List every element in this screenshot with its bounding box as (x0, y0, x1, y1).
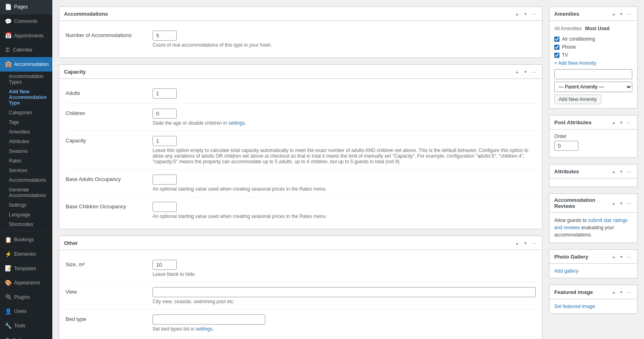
sidebar-sub-generate[interactable]: Generate Accommodations (0, 185, 52, 200)
form-row-children: Children State the age or disable childr… (66, 104, 536, 131)
sidebar-sub-language[interactable]: Language (0, 210, 52, 220)
sidebar-sub-settings[interactable]: Settings (0, 200, 52, 210)
accommodations-collapse-down[interactable] (522, 10, 529, 17)
sidebar-sub-add-new[interactable]: Add New Accommodation Type (0, 87, 52, 108)
sidebar-item-appearance[interactable]: 🎨 Appearance (0, 276, 52, 290)
attributes-collapse-down[interactable] (618, 168, 625, 175)
parent-amenity-select[interactable]: — Parent Amenity — (554, 82, 632, 92)
other-collapse-down[interactable] (522, 239, 529, 247)
sidebar-sub-tags[interactable]: Tags (0, 117, 52, 127)
amenities-metabox-header[interactable]: Amenities (549, 7, 637, 21)
post-attributes-collapse-up[interactable] (610, 119, 617, 126)
featured-image-header[interactable]: Featured image (549, 285, 637, 299)
amenity-checkbox-tv[interactable] (554, 53, 559, 58)
form-row-base-children: Base Children Occupancy An optional star… (66, 197, 536, 224)
children-settings-link[interactable]: settings (228, 120, 245, 126)
photo-gallery-header[interactable]: Photo Gallery (549, 250, 637, 264)
attributes-collapse-up[interactable] (610, 168, 617, 175)
sidebar-item-tools[interactable]: 🔧 Tools (0, 319, 52, 333)
sidebar-item-settings[interactable]: ⚙ Settings (0, 333, 52, 339)
sidebar-sub-seasons[interactable]: Seasons (0, 146, 52, 156)
sidebar-item-bookings[interactable]: 📋 Bookings (0, 233, 52, 247)
sidebar-sub-shortcodes[interactable]: Shortcodes (0, 220, 52, 229)
sidebar-item-comments[interactable]: 💬 Comments (0, 14, 52, 29)
form-row-capacity: Capacity Leave this option empty to calc… (66, 131, 536, 170)
featured-image-collapse-up[interactable] (610, 288, 617, 296)
photo-gallery-collapse-dash[interactable] (625, 253, 632, 260)
attributes-collapse-dash[interactable] (625, 168, 632, 175)
sidebar-item-users[interactable]: 👤 Users (0, 304, 52, 319)
other-metabox-header[interactable]: Other (59, 236, 542, 250)
sidebar-item-calendar[interactable]: 🗓 Calendar (0, 43, 52, 58)
attributes-header[interactable]: Attributes (549, 164, 637, 179)
capacity-collapse-up[interactable] (514, 68, 520, 75)
post-attributes-header[interactable]: Post Attributes (549, 115, 637, 129)
num-accommodations-input[interactable] (153, 31, 177, 41)
right-sidebar: Amenities All Amenities Most Used Air co… (549, 6, 638, 333)
amenities-collapse-down[interactable] (618, 10, 625, 17)
accommodations-collapse-up[interactable] (514, 10, 520, 17)
featured-image-controls (610, 288, 632, 296)
bed-type-settings-link[interactable]: settings (196, 326, 212, 332)
amenity-checkbox-air-conditioning[interactable] (554, 37, 559, 42)
amenity-tab-most-used[interactable]: Most Used (585, 25, 610, 32)
sidebar-sub-services[interactable]: Services (0, 166, 52, 175)
reviews-collapse-dash[interactable] (625, 199, 632, 207)
capacity-collapse-dash[interactable] (530, 68, 537, 75)
sidebar-item-elementor[interactable]: ⚡ Elementor (0, 247, 52, 262)
adults-input[interactable] (153, 88, 177, 99)
sidebar-sub-categories[interactable]: Categories (0, 108, 52, 117)
sidebar-item-pages[interactable]: 📄 Pages (0, 0, 52, 14)
size-label: Size, m² (66, 260, 146, 267)
sidebar-item-appointments[interactable]: 📅 Appointments (0, 29, 52, 43)
other-collapse-up[interactable] (514, 239, 520, 247)
num-accommodations-field: Count of real accommodations of this typ… (153, 31, 536, 48)
add-new-amenity-link[interactable]: + Add New Amenity (554, 60, 632, 66)
photo-gallery-collapse-up[interactable] (610, 253, 617, 260)
reviews-collapse-down[interactable] (618, 199, 625, 207)
tools-icon: 🔧 (5, 322, 12, 330)
add-gallery-link[interactable]: Add gallery (554, 268, 578, 274)
bed-type-field: Set bed types list in settings. (153, 314, 536, 332)
capacity-input[interactable] (153, 136, 177, 146)
featured-image-collapse-down[interactable] (618, 288, 625, 296)
accommodations-collapse-dash[interactable] (530, 10, 537, 17)
post-attributes-collapse-down[interactable] (618, 119, 625, 126)
sidebar-sub-rates[interactable]: Rates (0, 156, 52, 166)
order-input[interactable] (554, 141, 578, 151)
sidebar-item-plugins[interactable]: 🔌 Plugins (0, 290, 52, 304)
sidebar-sub-accommodation-types[interactable]: Accommodation Types (0, 72, 52, 87)
base-adults-label: Base Adults Occupancy (66, 175, 146, 182)
sidebar-item-accommodation[interactable]: 🏨 Accommodation (0, 57, 52, 72)
new-amenity-input[interactable] (554, 69, 632, 79)
view-input[interactable] (153, 287, 536, 297)
base-children-desc: An optional starting value used when cre… (153, 214, 536, 219)
bed-type-input[interactable] (153, 314, 265, 325)
accommodation-reviews-header[interactable]: Accommodation Reviews (549, 194, 637, 213)
sidebar-sub-attributes[interactable]: Attributes (0, 137, 52, 146)
reviews-collapse-up[interactable] (610, 199, 617, 207)
size-input[interactable] (153, 260, 177, 270)
featured-image-collapse-dash[interactable] (625, 288, 632, 296)
accommodations-metabox-header[interactable]: Accommodations (59, 7, 542, 21)
base-children-input[interactable] (153, 202, 177, 212)
other-collapse-dash[interactable] (530, 239, 537, 247)
sidebar-sub-amenities[interactable]: Amenities (0, 127, 52, 137)
bookings-icon: 📋 (5, 236, 12, 244)
amenity-tab-all[interactable]: All Amenities (554, 25, 582, 32)
set-featured-image-link[interactable]: Set featured image (554, 304, 595, 309)
capacity-collapse-down[interactable] (522, 68, 529, 75)
capacity-metabox-header[interactable]: Capacity (59, 65, 542, 79)
amenities-collapse-up[interactable] (610, 10, 617, 17)
base-adults-input[interactable] (153, 175, 177, 185)
amenities-collapse-dash[interactable] (625, 10, 632, 17)
sidebar-item-templates[interactable]: 📝 Templates (0, 261, 52, 276)
add-amenity-button[interactable]: Add New Amenity (554, 95, 601, 104)
amenity-checkbox-phone[interactable] (554, 45, 559, 50)
post-attributes-collapse-dash[interactable] (625, 119, 632, 126)
photo-gallery-collapse-down[interactable] (618, 253, 625, 260)
base-children-label: Base Children Occupancy (66, 202, 146, 210)
sidebar-sub-accommodations[interactable]: Accommodations (0, 175, 52, 185)
amenities-metabox: Amenities All Amenities Most Used Air co… (549, 6, 638, 109)
children-input[interactable] (153, 109, 177, 119)
